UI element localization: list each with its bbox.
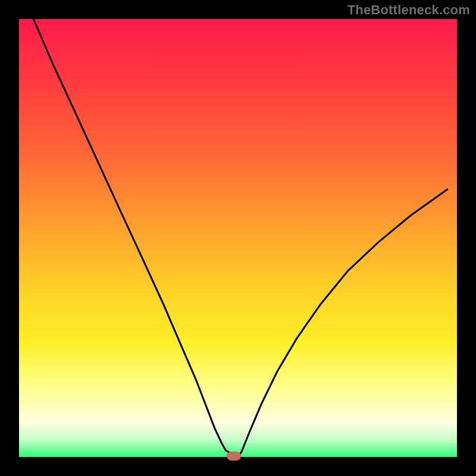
optimal-marker xyxy=(227,452,241,461)
chart-frame: TheBottleneck.com xyxy=(0,0,476,476)
bottleneck-curve xyxy=(33,19,447,456)
watermark-text: TheBottleneck.com xyxy=(347,2,470,18)
curve-layer xyxy=(19,19,457,457)
